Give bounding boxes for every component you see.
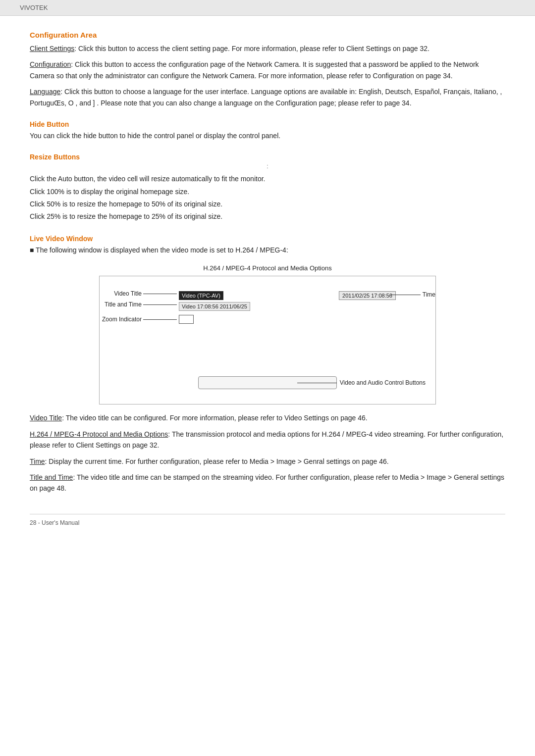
video-title-value-box: Video (TPC-AV) <box>179 291 223 300</box>
live-video-window-section: Live Video Window ■ The following window… <box>30 235 505 494</box>
configuration-area-section: Configuration Area Client Settings: Clic… <box>30 31 505 108</box>
live-video-intro: ■ The following window is displayed when… <box>30 245 505 255</box>
client-settings-label: Client Settings <box>30 45 74 52</box>
hide-button-section: Hide Button You can click the hide butto… <box>30 120 505 141</box>
title-time-line <box>143 304 177 305</box>
live-video-window-title: Live Video Window <box>30 235 505 243</box>
control-bar-row: Video and Audio Control Buttons <box>100 376 435 389</box>
configuration-label: Configuration <box>30 60 71 68</box>
hide-button-title: Hide Button <box>30 120 505 128</box>
time-display-box: 2011/02/25 17:08:56 <box>339 291 396 300</box>
h264-label: H.264 / MPEG-4 Protocol and Media Option… <box>30 430 168 438</box>
title-time-label: Title and Time <box>100 301 142 308</box>
time-right-line <box>391 295 421 295</box>
time-label: Time <box>423 291 435 298</box>
time-desc-label: Time <box>30 457 45 465</box>
language-para: Language: Click this button to choose a … <box>30 86 505 108</box>
video-title-desc: : The video title can be configured. For… <box>62 414 368 422</box>
diagram-box: Video (TPC-AV) Video 17:08:56 2011/06/25… <box>99 276 436 404</box>
configuration-para: Configuration: Click this button to acce… <box>30 59 505 81</box>
video-title-label: Video Title <box>100 290 142 297</box>
video-audio-label: Video and Audio Control Buttons <box>340 379 426 386</box>
diagram-container: H.264 / MPEG-4 Protocol and Media Option… <box>30 264 505 404</box>
resize-list: Click the Auto button, the video cell wi… <box>30 173 505 223</box>
resize-item-25: Click 25% is to resize the homepage to 2… <box>30 210 505 223</box>
footer-text: 28 - User's Manual <box>30 519 79 526</box>
zoom-line <box>143 319 177 320</box>
client-settings-para: Client Settings: Click this button to ac… <box>30 43 505 54</box>
header-bar: VIVOTEK <box>0 0 535 16</box>
h264-desc-para: H.264 / MPEG-4 Protocol and Media Option… <box>30 429 505 451</box>
control-bar-area: Video and Audio Control Buttons <box>100 376 435 389</box>
resize-item-100: Click 100% is to display the original ho… <box>30 186 505 198</box>
video-title-label-group: Video Title <box>100 290 178 297</box>
configuration-area-title: Configuration Area <box>30 31 505 39</box>
video-title-line <box>143 294 177 294</box>
time-desc: : Display the current time. For further … <box>45 457 389 465</box>
title-time-desc-label: Title and Time <box>30 473 73 481</box>
main-content: Configuration Area Client Settings: Clic… <box>0 16 535 556</box>
time-label-group: Time <box>391 291 435 298</box>
resize-item-50: Click 50% is to resize the homepage to 5… <box>30 198 505 210</box>
client-settings-text: : Click this button to access the client… <box>74 45 429 52</box>
diagram-protocol-label: H.264 / MPEG-4 Protocol and Media Option… <box>99 264 436 272</box>
title-time-value: Video 17:08:56 2011/06/25 <box>182 303 247 309</box>
title-time-desc: : The video title and time can be stampe… <box>30 473 504 492</box>
zoom-label-group: Zoom Indicator <box>100 316 178 323</box>
hide-button-text: You can click the hide button to hide th… <box>30 130 505 141</box>
video-title-value: Video (TPC-AV) <box>182 293 220 299</box>
diagram-outer: H.264 / MPEG-4 Protocol and Media Option… <box>99 264 436 404</box>
resize-buttons-title: Resize Buttons <box>30 153 505 161</box>
brand-label: VIVOTEK <box>20 4 48 11</box>
language-label: Language <box>30 88 60 96</box>
footer: 28 - User's Manual <box>30 514 505 526</box>
title-time-value-box: Video 17:08:56 2011/06/25 <box>179 302 250 311</box>
zoom-label: Zoom Indicator <box>100 316 142 323</box>
resize-buttons-section: Resize Buttons : Click the Auto button, … <box>30 153 505 223</box>
title-time-desc-para: Title and Time: The video title and time… <box>30 472 505 494</box>
title-time-label-group: Title and Time <box>100 301 178 308</box>
configuration-text: : Click this button to access the config… <box>30 60 479 79</box>
control-bar-line <box>297 383 337 383</box>
zoom-indicator-box <box>179 315 194 324</box>
language-text: : Click this button to choose a language… <box>30 88 502 106</box>
video-title-desc-label: Video Title <box>30 414 62 422</box>
time-value: 2011/02/25 17:08:56 <box>342 293 392 299</box>
resize-item-auto: Click the Auto button, the video cell wi… <box>30 173 505 185</box>
control-bar-label-group: Video and Audio Control Buttons <box>297 379 426 386</box>
resize-intro: : <box>30 163 505 170</box>
time-desc-para: Time: Display the current time. For furt… <box>30 456 505 467</box>
video-title-desc-para: Video Title: The video title can be conf… <box>30 412 505 423</box>
